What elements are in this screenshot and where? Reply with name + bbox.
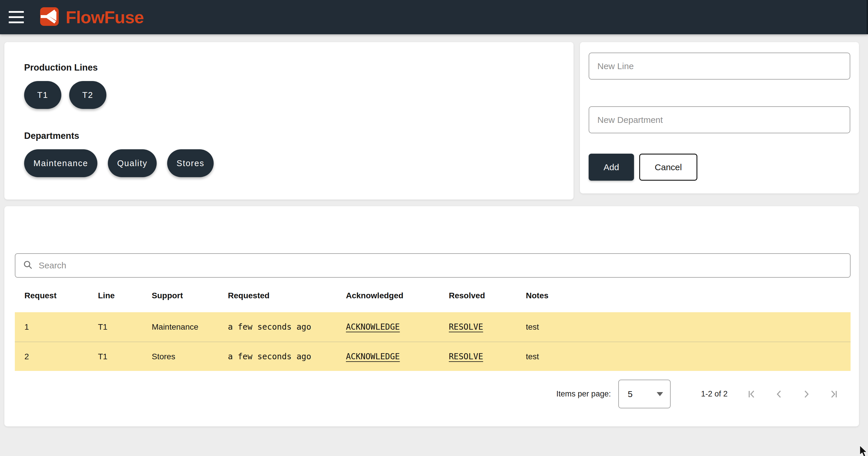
brand-name: FlowFuse bbox=[66, 7, 144, 27]
table-pagination: Items per page: 5 1-2 of 2 bbox=[4, 380, 839, 409]
cell-requested: a few seconds ago bbox=[228, 352, 346, 361]
form-buttons: Add Cancel bbox=[589, 154, 850, 181]
table-row: 2 T1 Stores a few seconds ago ACKNOWLEDG… bbox=[15, 341, 850, 371]
chip-line-t1[interactable]: T1 bbox=[24, 81, 61, 109]
departments-chips: Maintenance Quality Stores bbox=[24, 149, 574, 177]
brand-logo: FlowFuse bbox=[39, 7, 144, 27]
cell-support: Maintenance bbox=[152, 322, 228, 332]
col-header-support: Support bbox=[152, 291, 228, 300]
col-header-acknowledged: Acknowledged bbox=[346, 291, 449, 300]
items-per-page-select[interactable]: 5 bbox=[618, 380, 671, 409]
menu-icon[interactable] bbox=[9, 11, 24, 23]
new-line-input[interactable] bbox=[589, 53, 850, 79]
last-page-icon[interactable] bbox=[828, 389, 839, 400]
items-per-page-value: 5 bbox=[628, 389, 657, 399]
previous-page-icon[interactable] bbox=[774, 389, 784, 400]
mouse-cursor bbox=[859, 446, 868, 456]
add-form-card: Add Cancel bbox=[580, 42, 859, 193]
table-header-row: Request Line Support Requested Acknowled… bbox=[15, 285, 850, 307]
production-lines-title: Production Lines bbox=[24, 62, 574, 73]
table-row: 1 T1 Maintenance a few seconds ago ACKNO… bbox=[15, 312, 850, 341]
cell-requested: a few seconds ago bbox=[228, 322, 346, 332]
pagination-range: 1-2 of 2 bbox=[701, 390, 727, 398]
acknowledge-link[interactable]: ACKNOWLEDGE bbox=[346, 352, 400, 361]
col-header-resolved: Resolved bbox=[449, 291, 526, 300]
search-field[interactable] bbox=[15, 253, 850, 278]
app-navbar: FlowFuse bbox=[0, 0, 868, 34]
production-lines-chips: T1 T2 bbox=[24, 81, 574, 109]
resolve-link[interactable]: RESOLVE bbox=[449, 352, 483, 361]
new-department-input[interactable] bbox=[589, 106, 850, 133]
flowfuse-logo-icon bbox=[39, 7, 59, 27]
scrollbar-gutter bbox=[867, 0, 868, 34]
cell-support: Stores bbox=[152, 352, 228, 361]
departments-title: Departments bbox=[24, 131, 574, 141]
items-per-page-label: Items per page: bbox=[556, 390, 611, 398]
top-row: Production Lines T1 T2 Departments Maint… bbox=[4, 42, 859, 199]
add-button[interactable]: Add bbox=[589, 154, 634, 181]
cell-notes: test bbox=[526, 322, 850, 332]
search-input[interactable] bbox=[39, 261, 842, 270]
acknowledge-link[interactable]: ACKNOWLEDGE bbox=[346, 322, 400, 332]
col-header-request: Request bbox=[24, 291, 98, 300]
cell-request: 1 bbox=[24, 322, 98, 332]
table-body: 1 T1 Maintenance a few seconds ago ACKNO… bbox=[15, 312, 850, 371]
caret-down-icon bbox=[657, 392, 663, 396]
search-icon bbox=[23, 260, 33, 271]
col-header-line: Line bbox=[98, 291, 152, 300]
chip-dept-quality[interactable]: Quality bbox=[108, 149, 157, 177]
resolve-link[interactable]: RESOLVE bbox=[449, 322, 483, 332]
requests-table: Request Line Support Requested Acknowled… bbox=[15, 285, 850, 371]
chip-dept-maintenance[interactable]: Maintenance bbox=[24, 149, 97, 177]
cell-notes: test bbox=[526, 352, 850, 361]
chip-line-t2[interactable]: T2 bbox=[69, 81, 106, 109]
requests-table-card: Request Line Support Requested Acknowled… bbox=[4, 206, 859, 426]
chip-dept-stores[interactable]: Stores bbox=[167, 149, 214, 177]
col-header-notes: Notes bbox=[526, 291, 850, 300]
cell-line: T1 bbox=[98, 322, 152, 332]
next-page-icon[interactable] bbox=[801, 389, 812, 400]
cell-request: 2 bbox=[24, 352, 98, 361]
cell-line: T1 bbox=[98, 352, 152, 361]
first-page-icon[interactable] bbox=[746, 389, 757, 400]
filters-card: Production Lines T1 T2 Departments Maint… bbox=[4, 42, 574, 199]
pager-icons bbox=[746, 389, 839, 400]
cancel-button[interactable]: Cancel bbox=[639, 154, 698, 181]
col-header-requested: Requested bbox=[228, 291, 346, 300]
